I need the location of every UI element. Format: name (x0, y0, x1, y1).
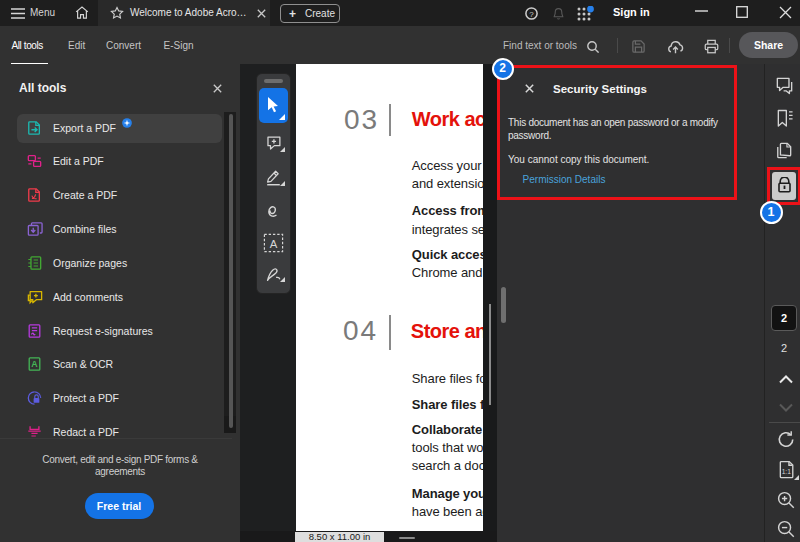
svg-text:1:1: 1:1 (782, 468, 792, 475)
svg-text:?: ? (529, 10, 534, 19)
svg-text:A: A (269, 238, 277, 250)
svg-text:A: A (31, 359, 38, 369)
